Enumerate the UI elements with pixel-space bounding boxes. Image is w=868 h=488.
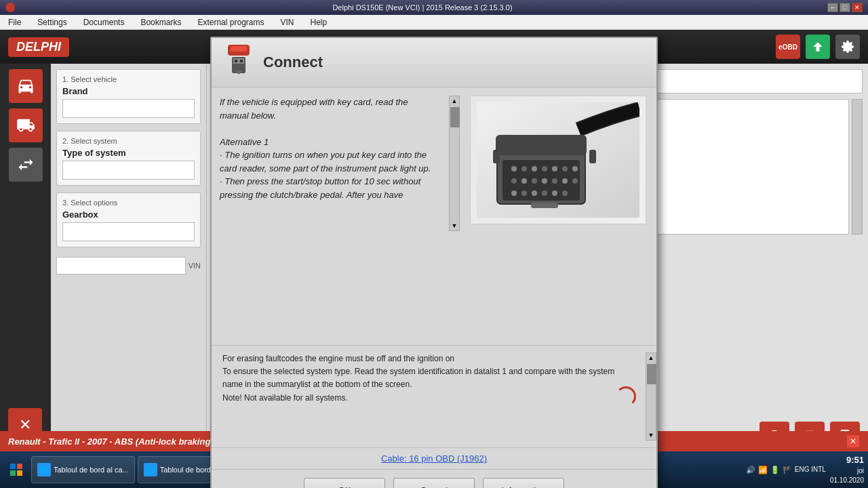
svg-point-35 — [562, 190, 568, 196]
close-button[interactable]: ✕ — [852, 3, 863, 12]
svg-point-34 — [552, 190, 557, 196]
svg-point-25 — [532, 178, 537, 184]
modal-left-panel: If the vehicle is equipped with key card… — [212, 87, 460, 345]
battery-icon: 🔋 — [770, 466, 780, 474]
lower-scroll-down[interactable]: ▼ — [646, 430, 656, 440]
title-bar: Delphi DS150E (New VCI) | 2015 Release 3… — [0, 0, 868, 15]
modal-header-icon — [222, 45, 255, 80]
svg-rect-14 — [496, 135, 587, 155]
app-icon — [5, 3, 15, 12]
upper-scrollbar[interactable]: ▲ ▼ — [449, 96, 460, 231]
menu-help[interactable]: Help — [308, 16, 330, 28]
svg-rect-10 — [240, 60, 243, 62]
svg-point-18 — [532, 166, 537, 171]
svg-rect-36 — [531, 203, 558, 208]
ok-button[interactable]: OK — [304, 478, 385, 488]
svg-point-21 — [562, 166, 568, 171]
svg-rect-38 — [589, 150, 596, 163]
menu-external[interactable]: External programs — [195, 16, 267, 28]
svg-point-33 — [542, 190, 547, 196]
modal-overlay: Connect If the vehicle is equipped with … — [0, 30, 868, 461]
svg-rect-4 — [17, 470, 22, 476]
menu-bookmarks[interactable]: Bookmarks — [138, 16, 184, 28]
svg-point-24 — [521, 178, 527, 184]
svg-point-32 — [532, 190, 537, 196]
svg-rect-3 — [10, 470, 16, 476]
svg-rect-2 — [17, 464, 22, 469]
modal-text-content: If the vehicle is equipped with key card… — [220, 96, 438, 201]
menu-bar: File Settings Documents Bookmarks Extern… — [0, 15, 868, 30]
lower-scroll-up[interactable]: ▲ — [646, 353, 656, 363]
system-tray: 🔊 📶 🔋 🏴 ENG INTL — [746, 466, 826, 474]
minimize-button[interactable]: ─ — [827, 3, 838, 12]
loading-spinner — [616, 386, 636, 407]
menu-file[interactable]: File — [5, 16, 24, 28]
svg-rect-9 — [235, 60, 237, 62]
network-icon[interactable]: 📶 — [758, 466, 768, 474]
maximize-button[interactable]: □ — [840, 3, 850, 12]
modal-body: If the vehicle is equipped with key card… — [212, 87, 656, 345]
scroll-down-arrow[interactable]: ▼ — [450, 221, 459, 230]
svg-point-23 — [511, 178, 517, 184]
svg-point-20 — [552, 166, 557, 171]
svg-point-28 — [562, 178, 568, 184]
cable-link[interactable]: Cable: 16 pin OBD (J1962) — [381, 453, 487, 464]
menu-vin[interactable]: VIN — [277, 16, 296, 28]
modal-right-panel — [460, 87, 656, 345]
taskbar-icon-2: 🌐 — [144, 463, 157, 476]
cable-link-section: Cable: 16 pin OBD (J1962) — [212, 447, 656, 469]
modal-footer: OK Cancel Information — [212, 469, 656, 488]
svg-rect-6 — [231, 46, 247, 52]
flag-icon: 🏴 — [783, 466, 792, 474]
modal-upper-text: If the vehicle is equipped with key card… — [220, 96, 452, 231]
modal-header: Connect — [212, 38, 656, 87]
svg-point-30 — [511, 190, 517, 196]
modal-title: Connect — [263, 54, 323, 71]
day-display: joi — [830, 466, 864, 476]
menu-settings[interactable]: Settings — [35, 16, 69, 28]
svg-point-29 — [572, 178, 578, 184]
scroll-up-arrow[interactable]: ▲ — [450, 96, 459, 106]
lang-label: ENG INTL — [795, 466, 826, 474]
svg-rect-37 — [493, 150, 500, 163]
obd-connector-image — [470, 96, 646, 224]
cancel-button[interactable]: Cancel — [393, 478, 475, 488]
svg-point-17 — [521, 166, 527, 171]
speaker-icon[interactable]: 🔊 — [746, 466, 755, 474]
lower-scrollbar[interactable]: ▲ ▼ — [646, 352, 656, 441]
menu-documents[interactable]: Documents — [81, 16, 127, 28]
modal-lower-section: For erasing faultcodes the engine must b… — [212, 345, 656, 447]
svg-point-27 — [552, 178, 557, 184]
svg-point-31 — [521, 190, 527, 196]
date-display: 01.10.2020 — [830, 476, 864, 485]
svg-point-19 — [542, 166, 547, 171]
svg-point-22 — [572, 166, 578, 171]
window-title: Delphi DS150E (New VCI) | 2015 Release 3… — [18, 3, 827, 12]
svg-rect-1 — [10, 464, 16, 469]
taskbar-icon-1: 🌐 — [37, 463, 51, 476]
taskbar-label-1: Tabloul de bord al ca... — [54, 466, 129, 474]
modal-lower-text-content: For erasing faultcodes the engine must b… — [222, 352, 635, 405]
svg-point-26 — [542, 178, 547, 184]
window-controls: ─ □ ✕ — [827, 3, 863, 12]
scroll-thumb[interactable] — [450, 107, 460, 127]
modal-lower-text: For erasing faultcodes the engine must b… — [222, 352, 646, 441]
lower-scroll-thumb[interactable] — [647, 364, 656, 384]
information-button[interactable]: Information — [483, 478, 564, 488]
connect-modal: Connect If the vehicle is equipped with … — [210, 37, 658, 488]
svg-point-16 — [511, 166, 517, 171]
start-button[interactable] — [4, 458, 28, 482]
